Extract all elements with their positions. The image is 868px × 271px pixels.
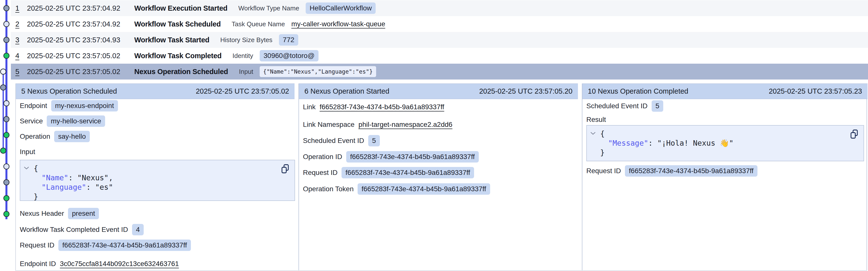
event-rows: 1 2025-02-25 UTC 23:57:04.92 Workflow Ex… — [11, 0, 868, 80]
event-attribute-label: Identity — [232, 52, 253, 60]
panel-title: 5 Nexus Operation Scheduled — [21, 87, 117, 96]
copy-icon[interactable] — [281, 164, 289, 174]
event-attribute-label: History Size Bytes — [220, 36, 273, 44]
field-request-id: Request ID f665283f-743e-4374-b45b-9a61a… — [303, 166, 580, 179]
timeline-dot-green — [0, 148, 6, 153]
event-attribute-label: Input — [239, 68, 253, 76]
field-value-badge: 5 — [368, 135, 380, 146]
event-row-3[interactable]: 3 2025-02-25 UTC 23:57:04.93 Workflow Ta… — [11, 32, 868, 48]
copy-icon[interactable] — [850, 129, 859, 139]
timeline-dot-green — [4, 132, 9, 138]
field-label: Operation Token — [303, 185, 353, 193]
field-label: Request ID — [20, 241, 54, 249]
attribute-value-badge: 30960@totoro@ — [260, 50, 318, 61]
field-label: Link Namespace — [303, 120, 354, 129]
field-label: Service — [20, 117, 43, 125]
attribute-value-badge: 772 — [279, 34, 299, 46]
field-operation-token: Operation Token f665283f-743e-4374-b45b-… — [303, 182, 580, 196]
field-value-badge: f665283f-743e-4374-b45b-9a61a89337ff — [346, 151, 479, 163]
field-label: Endpoint — [20, 102, 47, 110]
timeline-dot-gray — [4, 37, 9, 43]
event-id-link[interactable]: 1 — [16, 4, 27, 12]
field-value-badge: 4 — [132, 224, 144, 235]
field-value-badge: f665283f-743e-4374-b45b-9a61a89337ff — [358, 183, 490, 195]
panel-timestamp: 2025-02-25 UTC 23:57:05.23 — [769, 87, 862, 96]
task-queue-link[interactable]: my-caller-workflow-task-queue — [291, 20, 385, 28]
panel-timestamp: 2025-02-25 UTC 23:57:05.02 — [196, 87, 289, 96]
event-id-link[interactable]: 5 — [16, 67, 27, 76]
event-id-link[interactable]: 2 — [16, 20, 27, 28]
panel-nexus-operation-scheduled: 5 Nexus Operation Scheduled 2025-02-25 U… — [16, 83, 299, 270]
field-wft-completed-event-id: Workflow Task Completed Event ID 4 — [20, 223, 296, 236]
field-label: Endpoint ID — [20, 260, 56, 268]
panel-timestamp: 2025-02-25 UTC 23:57:05.20 — [479, 87, 572, 96]
event-timestamp: 2025-02-25 UTC 23:57:05.02 — [27, 67, 125, 76]
event-id-link[interactable]: 3 — [16, 36, 27, 44]
field-link-namespace: Link Namespace phil-target-namespace2.a2… — [303, 118, 580, 131]
input-json-badge: {"Name":"Nexus","Language":"es"} — [260, 66, 376, 77]
event-name: Nexus Operation Scheduled — [134, 67, 228, 76]
result-json-viewer: {"Message": "¡Hola! Nexus 👋"} — [586, 125, 864, 161]
json-code-line: "Language": "es" — [20, 183, 294, 192]
json-code-line: { — [20, 164, 294, 173]
field-input-label: Input — [20, 145, 296, 159]
timeline-dot-gray — [4, 5, 9, 11]
json-code: {"Message": "¡Hola! Nexus 👋"} — [587, 126, 864, 157]
event-timestamp: 2025-02-25 UTC 23:57:04.93 — [27, 36, 125, 44]
field-service: Service my-hello-service — [20, 114, 296, 128]
field-scheduled-event-id: Scheduled Event ID 5 — [303, 134, 580, 147]
event-timestamp: 2025-02-25 UTC 23:57:04.92 — [27, 20, 125, 28]
field-scheduled-event-id: Scheduled Event ID 5 — [586, 99, 865, 113]
panel-header: 6 Nexus Operation Started 2025-02-25 UTC… — [299, 83, 578, 99]
json-code-line: } — [587, 148, 864, 157]
event-name: Workflow Task Completed — [134, 52, 222, 60]
field-nexus-header: Nexus Header present — [20, 207, 296, 220]
field-value-badge: my-nexus-endpoint — [51, 100, 118, 111]
field-label: Nexus Header — [20, 210, 64, 217]
link-value-link[interactable]: f665283f-743e-4374-b45b-9a61a89337ff — [319, 103, 444, 111]
input-json-viewer: {"Name": "Nexus","Language": "es"} — [20, 160, 295, 201]
event-row-4[interactable]: 4 2025-02-25 UTC 23:57:05.02 Workflow Ta… — [11, 48, 868, 64]
json-code-line: { — [587, 129, 864, 138]
json-code-line: "Message": "¡Hola! Nexus 👋" — [587, 138, 864, 148]
timeline-dot-green — [4, 53, 9, 58]
event-timestamp: 2025-02-25 UTC 23:57:04.92 — [27, 4, 125, 12]
timeline-dot-gray — [0, 85, 6, 90]
field-label: Input — [20, 148, 35, 156]
event-row-2[interactable]: 2 2025-02-25 UTC 23:57:04.92 Workflow Ta… — [11, 16, 868, 32]
field-endpoint-id: Endpoint ID 3c0c75ccfa8144b092c13ce63246… — [20, 257, 296, 271]
field-label: Workflow Task Completed Event ID — [20, 226, 128, 234]
field-label: Scheduled Event ID — [586, 102, 648, 110]
link-namespace-link[interactable]: phil-target-namespace2.a2dd6 — [359, 120, 453, 129]
field-value-badge: 5 — [652, 100, 663, 112]
json-code-line: } — [20, 192, 294, 201]
timeline-dot-green — [4, 211, 9, 217]
field-request-id: Request ID f665283f-743e-4374-b45b-9a61a… — [20, 239, 296, 252]
field-label: Link — [303, 103, 315, 111]
field-operation: Operation say-hello — [20, 130, 296, 143]
event-timestamp: 2025-02-25 UTC 23:57:05.02 — [27, 52, 125, 60]
json-code-line: "Name": "Nexus", — [20, 173, 294, 183]
field-label: Request ID — [586, 167, 621, 175]
field-value-badge: my-hello-service — [47, 115, 105, 127]
panel-header: 5 Nexus Operation Scheduled 2025-02-25 U… — [16, 83, 294, 99]
event-name: Workflow Task Started — [134, 36, 210, 44]
panel-title: 6 Nexus Operation Started — [304, 87, 389, 96]
panel-nexus-operation-completed: 10 Nexus Operation Completed 2025-02-25 … — [582, 83, 868, 270]
workflow-event-history-screen: 1 2025-02-25 UTC 23:57:04.92 Workflow Ex… — [0, 0, 868, 271]
timeline-dot-light — [4, 101, 9, 106]
event-attribute-label: Workflow Type Name — [238, 4, 299, 12]
collapse-chevron-icon[interactable] — [590, 132, 596, 135]
field-operation-id: Operation ID f665283f-743e-4374-b45b-9a6… — [303, 150, 580, 163]
field-label: Request ID — [303, 169, 338, 177]
endpoint-id-link[interactable]: 3c0c75ccfa8144b092c13ce632463761 — [60, 260, 179, 268]
panel-nexus-operation-started: 6 Nexus Operation Started 2025-02-25 UTC… — [299, 83, 582, 270]
field-value-badge: present — [68, 208, 99, 219]
field-value-badge: f665283f-743e-4374-b45b-9a61a89337ff — [342, 167, 474, 178]
collapse-chevron-icon[interactable] — [24, 166, 29, 170]
field-value-badge: f665283f-743e-4374-b45b-9a61a89337ff — [58, 240, 191, 251]
event-row-5-selected[interactable]: 5 2025-02-25 UTC 23:57:05.02 Nexus Opera… — [11, 64, 868, 80]
event-id-link[interactable]: 4 — [16, 52, 27, 60]
event-row-1[interactable]: 1 2025-02-25 UTC 23:57:04.92 Workflow Ex… — [11, 0, 868, 16]
json-code: {"Name": "Nexus","Language": "es"} — [20, 160, 294, 201]
